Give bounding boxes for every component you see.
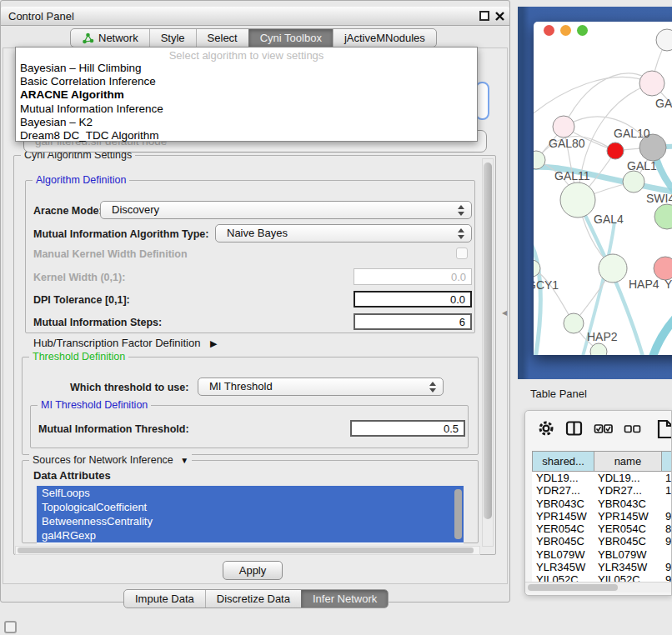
table-row[interactable]: YLR345WYLR345W9. [532, 561, 672, 573]
node-label: GAL11 [554, 169, 590, 182]
table-row[interactable]: YBL079WYBL079W [532, 548, 672, 561]
network-view-window[interactable]: GALGAL80GAL10GAL1GAL11GAL4SWI4GCY1HAP4YH… [534, 22, 672, 355]
node-label: GAL4 [594, 212, 624, 226]
manual-kernel-checkbox[interactable] [456, 248, 468, 259]
table-cell: YIL052C [532, 573, 594, 582]
aracne-mode-combo[interactable]: Discovery [100, 201, 472, 219]
network-node-gal4[interactable] [560, 182, 595, 218]
column-header[interactable]: name [594, 452, 660, 471]
desktop-grid-icon[interactable] [4, 621, 17, 633]
network-node-gal80[interactable] [553, 116, 574, 138]
settings-hscrollbar-thumb[interactable] [18, 548, 474, 553]
table-cell: 9. [661, 535, 672, 548]
list-scrollbar-thumb[interactable] [454, 489, 462, 539]
aracne-mode-label: Aracne Mode: [33, 205, 103, 217]
column-header[interactable] [661, 452, 672, 471]
collapse-down-icon[interactable] [180, 454, 188, 466]
mi-threshold-label: Mutual Information Threshold: [38, 423, 189, 435]
mi-type-combo[interactable]: Naive Bayes [215, 224, 472, 242]
table-row[interactable]: YPR145WYPR145W9. [532, 510, 672, 522]
algorithm-option[interactable]: Bayesian – K2 [16, 116, 477, 129]
data-attributes-list: SelfLoopsTopologicalCoefficientBetweenne… [37, 486, 464, 543]
attribute-item[interactable]: SelfLoops [37, 486, 464, 500]
table-row[interactable]: YIL052CYIL052C9. [532, 573, 672, 582]
table-rows: YDL19...YDL19...13YDR27...YDR27...12YBR0… [532, 472, 672, 582]
close-panel-icon[interactable] [494, 10, 505, 21]
tab-network[interactable]: Network [71, 29, 149, 47]
network-node-gal1[interactable] [623, 171, 644, 192]
table-cell: 13 [661, 472, 672, 484]
network-node-swi4[interactable] [654, 204, 672, 229]
table-cell: YDR27... [532, 484, 594, 497]
algorithm-definition-title: Algorithm Definition [33, 174, 129, 186]
network-canvas[interactable]: GALGAL80GAL10GAL1GAL11GAL4SWI4GCY1HAP4YH… [534, 22, 672, 355]
table-hscrollbar-thumb[interactable] [528, 584, 618, 591]
bottom-tab-impute-data[interactable]: Impute Data [124, 590, 205, 608]
attribute-item[interactable]: gal4RGexp [37, 528, 464, 542]
kernel-width-field[interactable] [354, 268, 472, 285]
bottom-tab-discretize-data[interactable]: Discretize Data [205, 590, 301, 608]
tab-select[interactable]: Select [196, 29, 248, 47]
panel-divider-handle[interactable] [502, 303, 507, 318]
tab-cyni-toolbox[interactable]: Cyni Toolbox [248, 29, 333, 47]
algorithm-option[interactable]: Dream8 DC_TDC Algorithm [16, 129, 477, 142]
table-row[interactable]: YDR27...YDR27...12 [532, 484, 672, 497]
table-cell: YLR345W [532, 561, 594, 573]
network-node[interactable] [590, 343, 607, 355]
aracne-mode-value: Discovery [112, 203, 159, 216]
tab-jactivemnodules[interactable]: jActiveMNodules [333, 29, 436, 47]
network-node-gal[interactable] [639, 71, 664, 96]
data-attributes-label: Data Attributes [33, 469, 111, 482]
table-cell: YBL079W [594, 548, 661, 561]
apply-button[interactable]: Apply [223, 561, 283, 580]
settings-gear-icon[interactable] [537, 419, 555, 438]
which-threshold-combo[interactable]: MI Threshold [198, 378, 444, 396]
column-header[interactable]: shared... [533, 452, 594, 471]
network-node-hap2[interactable] [564, 313, 584, 333]
network-node-gal10[interactable] [607, 142, 624, 159]
mi-threshold-field[interactable] [350, 420, 465, 437]
attribute-item[interactable]: TopologicalCoefficient [37, 500, 464, 514]
deselect-checkboxes-icon[interactable] [624, 419, 642, 438]
dpi-tolerance-field[interactable] [354, 291, 472, 308]
table-cell: YIL052C [594, 573, 661, 582]
tab-label: Cyni Toolbox [260, 29, 322, 47]
network-edge [534, 78, 652, 122]
table-cell: YBR043C [532, 498, 594, 510]
float-window-icon[interactable] [479, 11, 489, 21]
network-edge [534, 237, 540, 355]
table-panel-window: shared...name YDL19...YDL19...13YDR27...… [524, 410, 672, 596]
bottom-tab-infer-network[interactable]: Infer Network [301, 590, 388, 608]
table-cell: 9. [661, 510, 672, 522]
network-node-hap4[interactable] [599, 254, 627, 282]
mi-steps-field[interactable] [354, 313, 472, 330]
settings-scrollbar-thumb[interactable] [484, 162, 492, 519]
hub-definition-label: Hub/Transcription Factor Definition [33, 337, 200, 349]
network-node-y[interactable] [654, 257, 672, 280]
table-row[interactable]: YBR043CYBR043C [532, 498, 672, 510]
tab-style[interactable]: Style [149, 29, 196, 47]
tab-label: Style [161, 29, 185, 47]
split-columns-icon[interactable] [565, 419, 584, 438]
algorithm-option[interactable]: ARACNE Algorithm [16, 88, 477, 102]
algorithm-option[interactable]: Basic Correlation Inference [16, 75, 477, 88]
combo-arrows-icon [429, 382, 436, 392]
mi-type-value: Naive Bayes [227, 227, 288, 239]
document-icon[interactable] [657, 419, 672, 438]
table-horizontal-scrollbar[interactable] [525, 582, 672, 592]
table-row[interactable]: YBR045CYBR045C9. [532, 535, 672, 548]
table-cell: YBR045C [594, 535, 661, 548]
algorithm-option[interactable]: Mutual Information Inference [16, 102, 477, 116]
expand-right-icon [210, 337, 217, 349]
table-cell: YER054C [594, 522, 661, 535]
select-all-checkboxes-icon[interactable] [594, 419, 612, 438]
attribute-item[interactable]: BetweennessCentrality [37, 514, 464, 528]
hub-definition-toggle[interactable]: Hub/Transcription Factor Definition [33, 337, 217, 349]
table-row[interactable]: YDL19...YDL19...13 [532, 472, 672, 484]
node-table: shared...name [532, 451, 672, 472]
algorithm-option[interactable]: Bayesian – Hill Climbing [16, 62, 477, 75]
network-node[interactable] [656, 29, 672, 51]
mi-threshold-definition-title: MI Threshold Definition [38, 399, 151, 411]
table-row[interactable]: YER054CYER054C8. [532, 522, 672, 535]
network-edge [652, 288, 672, 355]
